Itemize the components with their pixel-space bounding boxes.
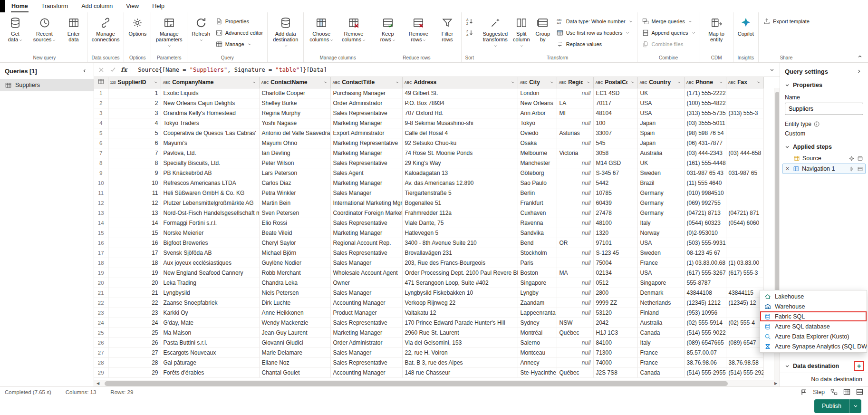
grid-cell[interactable]: (953) 10956: [684, 308, 726, 318]
ribbon-button-copilot[interactable]: Copilot: [735, 13, 756, 38]
diagram-view-icon[interactable]: [830, 388, 838, 396]
grid-cell[interactable]: OR: [557, 238, 593, 248]
grid-cell[interactable]: Singapore: [518, 278, 557, 288]
grid-cell[interactable]: Petra Winkler: [259, 188, 330, 198]
grid-cell[interactable]: null: [557, 258, 593, 268]
grid-cell[interactable]: Sweden: [637, 248, 684, 258]
filter-dropdown-icon[interactable]: [755, 79, 762, 86]
grid-cell[interactable]: Gai pâturage: [161, 357, 259, 367]
grid-cell[interactable]: Lyngbysild: [161, 288, 259, 298]
grid-cell[interactable]: Brovallavägen 231: [402, 248, 518, 258]
ribbon-button-remove-columns[interactable]: Remove columns: [338, 13, 370, 43]
horizontal-scroll-track[interactable]: [102, 380, 772, 386]
settings-collapse-button[interactable]: [855, 68, 863, 75]
ribbon-button-export-template[interactable]: Export template: [761, 16, 812, 27]
row-number[interactable]: 15: [94, 228, 108, 238]
row-number[interactable]: 29: [94, 367, 108, 377]
ribbon-button-map-to-entity[interactable]: Map to entity: [702, 13, 731, 43]
grid-cell[interactable]: 85.57.00.07: [684, 347, 726, 357]
grid-cell[interactable]: MI: [557, 108, 593, 118]
filter-dropdown-icon[interactable]: [549, 79, 556, 86]
grid-cell[interactable]: 2: [108, 98, 161, 108]
grid-cell[interactable]: 12: [108, 198, 161, 208]
grid-cell[interactable]: Finland: [637, 308, 684, 318]
grid-cell[interactable]: 60439: [593, 198, 637, 208]
grid-cell[interactable]: Chantal Goulet: [259, 367, 330, 377]
scroll-left-arrow[interactable]: ◀: [94, 380, 102, 387]
name-input[interactable]: [785, 103, 863, 115]
grid-cell[interactable]: Valtakatu 12: [402, 308, 518, 318]
grid-cell[interactable]: Sales Agent: [330, 168, 402, 178]
grid-cell[interactable]: H1J 1C3: [593, 328, 637, 338]
grid-cell[interactable]: Brazil: [637, 178, 684, 188]
grid-cell[interactable]: 16: [108, 238, 161, 248]
menu-item-azure-data-explorer-kusto[interactable]: Azure Data Explorer (Kusto): [760, 331, 867, 341]
grid-cell[interactable]: UK: [637, 158, 684, 168]
grid-cell[interactable]: Order Administrator: [330, 338, 402, 347]
row-number[interactable]: 28: [94, 357, 108, 367]
grid-cell[interactable]: Marketing Manager: [330, 328, 402, 338]
grid-cell[interactable]: 2960 Rue St. Laurent: [402, 328, 518, 338]
ribbon-button-merge-queries[interactable]: Merge queries: [639, 16, 694, 27]
grid-cell[interactable]: Italy: [637, 338, 684, 347]
grid-cell[interactable]: null: [557, 228, 593, 238]
row-number[interactable]: 7: [94, 148, 108, 158]
grid-cell[interactable]: Carlos Diaz: [259, 178, 330, 188]
grid-cell[interactable]: 18: [108, 258, 161, 268]
ribbon-button-recent-sources[interactable]: Recent sources: [27, 13, 62, 43]
grid-cell[interactable]: (04721) 8713: [684, 208, 726, 218]
ribbon-button-manage-parameters[interactable]: Manage parameters: [153, 13, 185, 49]
grid-cell[interactable]: 38.76.98.06: [684, 357, 726, 367]
grid-cell[interactable]: Regional Account Rep.: [330, 238, 402, 248]
grid-cell[interactable]: Calle del Rosal 4: [402, 128, 518, 138]
ribbon-button-append-queries[interactable]: Append queries: [639, 28, 698, 38]
grid-cell[interactable]: Sales Representative: [330, 158, 402, 168]
grid-cell[interactable]: Jean-Guy Laurent: [259, 328, 330, 338]
grid-cell[interactable]: Sydney: [518, 318, 557, 328]
collapse-ribbon-button[interactable]: [856, 53, 864, 60]
row-number[interactable]: 6: [94, 138, 108, 148]
grid-cell[interactable]: Victoria: [557, 148, 593, 158]
grid-cell[interactable]: 10: [108, 178, 161, 188]
grid-cell[interactable]: (069) 992755: [684, 198, 726, 208]
row-number[interactable]: 8: [94, 158, 108, 168]
grid-cell[interactable]: Accounting Manager: [330, 298, 402, 308]
horizontal-scrollbar-thumb[interactable]: [105, 381, 728, 386]
grid-cell[interactable]: Frahmredder 112a: [402, 208, 518, 218]
grid-cell[interactable]: Mayumi Ohno: [259, 138, 330, 148]
grid-cell[interactable]: J2S 7S8: [593, 367, 637, 377]
ribbon-button-filter-rows[interactable]: Filter rows: [435, 13, 459, 43]
grid-cell[interactable]: Cuxhaven: [518, 208, 557, 218]
grid-cell[interactable]: [726, 248, 763, 258]
grid-cell[interactable]: 5: [108, 128, 161, 138]
grid-cell[interactable]: 29: [108, 367, 161, 377]
row-number[interactable]: 5: [94, 128, 108, 138]
column-header-region[interactable]: ABCRegion: [557, 77, 593, 88]
ribbon-button-data-type-whole-number[interactable]: ABC123Data type: Whole number: [554, 16, 635, 27]
grid-cell[interactable]: Yoshi Nagase: [259, 118, 330, 128]
menu-item-warehouse[interactable]: Warehouse: [760, 301, 867, 311]
grid-cell[interactable]: null: [557, 347, 593, 357]
grid-cell[interactable]: 29 King's Way: [402, 158, 518, 168]
menu-item-lakehouse[interactable]: Lakehouse: [760, 291, 867, 301]
grid-cell[interactable]: Ann Arbor: [518, 108, 557, 118]
grid-cell[interactable]: Leka Trading: [161, 278, 259, 288]
grid-cell[interactable]: 15: [108, 228, 161, 238]
grid-cell[interactable]: Antonio del Valle Saavedra: [259, 128, 330, 138]
grid-cell[interactable]: 84100: [593, 338, 637, 347]
grid-cell[interactable]: null: [557, 208, 593, 218]
grid-cell[interactable]: Sales Manager: [330, 347, 402, 357]
grid-cell[interactable]: 19: [108, 268, 161, 278]
add-destination-plus-button[interactable]: +: [855, 362, 863, 370]
grid-cell[interactable]: Sales Manager: [330, 188, 402, 198]
grid-cell[interactable]: 10785: [593, 188, 637, 198]
grid-cell[interactable]: USA: [637, 268, 684, 278]
ribbon-button-suggested-transforms[interactable]: Suggested transforms: [480, 13, 511, 49]
grid-cell[interactable]: 71300: [593, 347, 637, 357]
grid-cell[interactable]: (089) 6547665: [684, 338, 726, 347]
grid-cell[interactable]: Mayumi's: [161, 138, 259, 148]
grid-cell[interactable]: Frankfurt: [518, 198, 557, 208]
grid-cell[interactable]: PB Knäckebröd AB: [161, 168, 259, 178]
grid-cell[interactable]: 4: [108, 118, 161, 128]
grid-cell[interactable]: MA: [557, 268, 593, 278]
